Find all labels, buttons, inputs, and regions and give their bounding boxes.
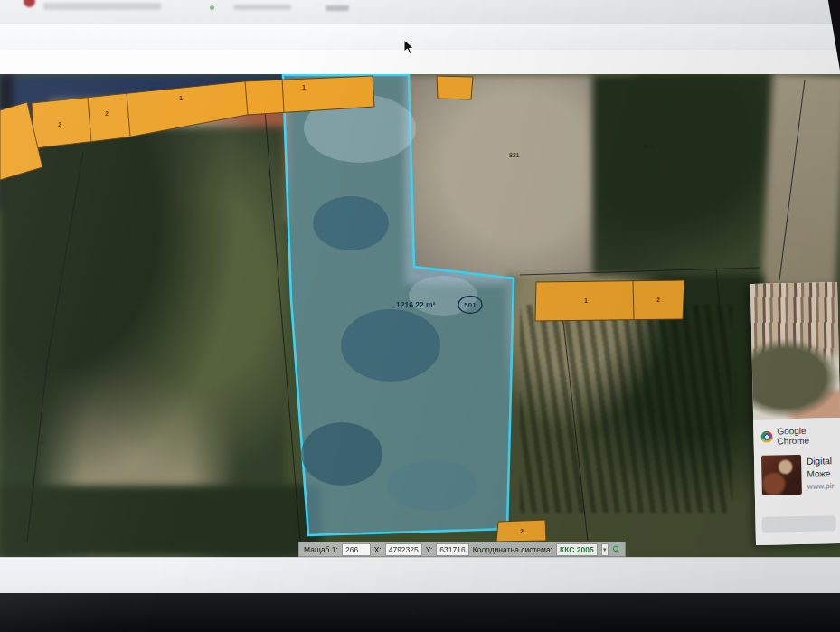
- header-text-smudge: [43, 3, 161, 10]
- notification-thumbnail: [761, 455, 802, 495]
- site-logo-icon: [24, 0, 35, 7]
- header-green-dot: [210, 5, 214, 10]
- laptop-screen: КАРТА УСЛУГИ РЕГИСТРИ ЖАЛБИ СПРАВКИ ПРАВ: [0, 0, 840, 593]
- building-label: 1: [179, 95, 183, 101]
- windows-taskbar: T I M: [0, 557, 840, 593]
- ad-product-photo: [750, 282, 840, 420]
- mouse-cursor: [402, 39, 415, 55]
- map-toolbar: [0, 50, 840, 75]
- building-label: 1: [584, 297, 588, 304]
- overlay-panel: Google Chrome Digital Може www.pir: [750, 282, 840, 545]
- building-top-small: [437, 76, 473, 99]
- notification-title: Digital: [807, 456, 834, 467]
- laptop-bezel: HUAWEI: [0, 593, 840, 632]
- building-label: 1: [302, 84, 306, 90]
- chrome-notification-icon: [760, 430, 772, 442]
- scale-label: Мащаб 1:: [304, 545, 338, 554]
- notification-button[interactable]: [761, 515, 835, 533]
- building-label: 2: [105, 110, 109, 117]
- map-status-bar: Мащаб 1: 266 X: 4792325 Y: 631716 Коорди…: [298, 542, 626, 557]
- y-label: Y:: [426, 545, 433, 554]
- notification-url: www.pir: [807, 481, 835, 491]
- portal-navbar: КАРТА УСЛУГИ РЕГИСТРИ ЖАЛБИ СПРАВКИ ПРАВ: [0, 24, 840, 50]
- parcel-overlay: 2 2 1 1 1 2 2 821 819 1216.22 m² 501: [0, 74, 840, 557]
- x-coordinate-input[interactable]: 4792325: [385, 543, 422, 556]
- notification-app-name: Google Chrome: [777, 425, 840, 446]
- browser-header-partial: [0, 0, 840, 24]
- chrome-notification[interactable]: Google Chrome Digital Може www.pir: [753, 418, 840, 545]
- photo-of-laptop-screen: КАРТА УСЛУГИ РЕГИСТРИ ЖАЛБИ СПРАВКИ ПРАВ: [0, 0, 840, 632]
- crs-label: Координатна система:: [473, 545, 552, 554]
- notification-text: Може: [807, 468, 834, 479]
- building-label: 2: [520, 528, 524, 534]
- parcel-number-text: 501: [464, 301, 477, 309]
- building-right: [535, 280, 684, 321]
- statusbar-search-icon[interactable]: [612, 543, 620, 555]
- crs-select[interactable]: ККС 2005: [556, 543, 598, 556]
- crs-dropdown-caret[interactable]: ▾: [601, 543, 609, 556]
- building-label: 2: [58, 121, 61, 127]
- parcel-label-821: 821: [509, 152, 520, 158]
- parcel-label-819: 819: [644, 144, 654, 149]
- header-text-smudge: [233, 5, 291, 10]
- y-coordinate-input[interactable]: 631716: [436, 543, 468, 556]
- building-label: 2: [656, 297, 660, 303]
- cadastral-map[interactable]: 2 2 1 1 1 2 2 821 819 1216.22 m² 501: [0, 74, 840, 557]
- parcel-area-label: 1216.22 m²: [396, 300, 436, 309]
- header-text-smudge: [326, 5, 349, 11]
- scale-input[interactable]: 266: [342, 543, 371, 556]
- x-label: X:: [374, 545, 382, 554]
